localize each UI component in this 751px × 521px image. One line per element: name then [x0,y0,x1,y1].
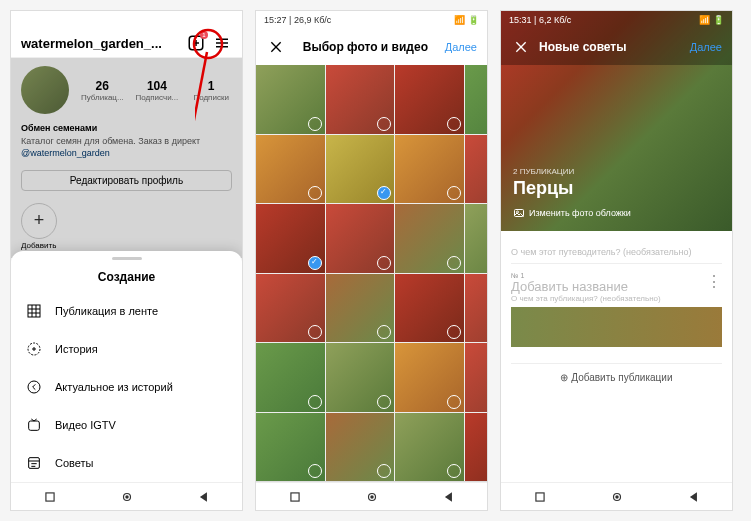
photo-cell[interactable] [326,65,395,134]
sheet-title: Создание [11,266,242,292]
new-story-highlight[interactable]: + Добавить [11,195,242,258]
hamburger-menu-icon[interactable] [212,33,232,53]
photo-cell[interactable] [465,204,488,273]
android-navbar [256,482,487,510]
check-icon [377,186,391,200]
guide-title: Новые советы [539,40,682,54]
stat-followers[interactable]: 104Подписчи... [136,79,179,102]
photo-cell[interactable] [326,413,395,482]
profile-body-dimmed: 26Публикац... 104Подписчи... 1Подписки О… [11,58,242,258]
nav-back-icon[interactable] [194,487,214,507]
nav-back-icon[interactable] [439,487,459,507]
next-button[interactable]: Далее [690,41,722,53]
status-bar [11,11,242,29]
cover-title-input[interactable]: Перцы [513,178,720,199]
svg-point-22 [125,495,129,499]
photo-cell[interactable] [256,204,325,273]
photo-cell[interactable] [256,413,325,482]
photo-cell[interactable] [326,204,395,273]
phone-picker: 15:27 | 26,9 Кб/с 📶 🔋 Выбор фото и видео… [255,10,488,511]
highlight-icon [25,378,43,396]
photo-cell[interactable] [395,65,464,134]
item-title-input[interactable]: Добавить название [511,279,722,294]
username[interactable]: watermelon_garden_... [21,36,180,51]
close-icon[interactable] [266,37,286,57]
bio-title: Обмен семенами [21,122,232,135]
nav-home-icon[interactable] [117,487,137,507]
guide-icon [25,454,43,472]
picker-title: Выбор фото и видео [294,40,437,54]
igtv-icon [25,416,43,434]
create-plus-icon[interactable]: 1 [186,33,206,53]
photo-cell[interactable] [395,413,464,482]
photo-cell[interactable] [256,135,325,204]
grid-icon [25,302,43,320]
photo-cell[interactable] [465,413,488,482]
profile-header: watermelon_garden_... 1 [11,29,242,58]
create-bottom-sheet: Создание Публикация в ленте История Акту… [11,251,242,482]
nav-back-icon[interactable] [684,487,704,507]
photo-cell[interactable] [256,65,325,134]
nav-recent-icon[interactable] [285,487,305,507]
guide-body: О чем этот путеводитель? (необязательно)… [501,231,732,510]
photo-cell[interactable] [256,274,325,343]
photo-cell[interactable] [465,65,488,134]
notification-badge: 1 [200,31,208,39]
plus-icon: + [21,203,57,239]
photo-cell[interactable] [326,343,395,412]
photo-cell[interactable] [395,274,464,343]
nav-recent-icon[interactable] [40,487,60,507]
bio-category: Каталог семян для обмена. Заказ в директ [21,135,232,148]
change-cover-button[interactable]: Изменить фото обложки [513,207,720,219]
edit-profile-button[interactable]: Редактировать профиль [21,170,232,191]
android-navbar [11,482,242,510]
cover-count: 2 ПУБЛИКАЦИИ [513,167,720,176]
close-icon[interactable] [511,37,531,57]
photo-cell[interactable] [395,135,464,204]
sheet-item-guides[interactable]: Советы [11,444,242,482]
more-icon[interactable]: ⋮ [706,272,722,291]
svg-rect-20 [45,492,53,500]
image-icon [513,207,525,219]
phone-guide-editor: 15:31 | 6,2 Кб/с 📶 🔋 Новые советы Далее … [500,10,733,511]
svg-rect-6 [28,305,40,317]
sheet-item-highlight[interactable]: Актуальное из историй [11,368,242,406]
stat-posts[interactable]: 26Публикац... [81,79,124,102]
stat-following[interactable]: 1Подписки [190,79,232,102]
svg-rect-34 [535,492,543,500]
item-subtitle-input[interactable]: О чем эта публикация? (необязательно) [511,294,722,303]
add-posts-button[interactable]: ⊕ Добавить публикации [511,363,722,391]
photo-cell[interactable] [465,274,488,343]
status-bar: 15:31 | 6,2 Кб/с 📶 🔋 [501,11,732,29]
photo-cell[interactable] [395,343,464,412]
guide-description-input[interactable]: О чем этот путеводитель? (необязательно) [511,241,722,264]
sheet-item-feed[interactable]: Публикация в ленте [11,292,242,330]
android-navbar [501,482,732,510]
nav-recent-icon[interactable] [530,487,550,507]
status-icons: 📶 🔋 [454,15,479,25]
item-thumbnail[interactable] [511,307,722,347]
check-icon [308,256,322,270]
photo-cell[interactable] [395,204,464,273]
status-bar: 15:27 | 26,9 Кб/с 📶 🔋 [256,11,487,29]
nav-home-icon[interactable] [607,487,627,507]
story-icon [25,340,43,358]
photo-cell[interactable] [326,274,395,343]
photo-cell[interactable] [256,343,325,412]
item-number: № 1 [511,272,722,279]
nav-home-icon[interactable] [362,487,382,507]
bio-mention[interactable]: @watermelon_garden [21,147,232,160]
svg-point-29 [370,495,374,499]
photo-cell[interactable] [465,343,488,412]
sheet-handle[interactable] [112,257,142,260]
next-button[interactable]: Далее [445,41,477,53]
photo-grid [256,65,487,481]
avatar[interactable] [21,66,69,114]
sheet-item-story[interactable]: История [11,330,242,368]
sheet-item-igtv[interactable]: Видео IGTV [11,406,242,444]
photo-cell[interactable] [465,135,488,204]
photo-cell[interactable] [326,135,395,204]
svg-rect-27 [290,492,298,500]
phone-profile: watermelon_garden_... 1 26Публикац... 10… [10,10,243,511]
svg-point-14 [28,381,40,393]
